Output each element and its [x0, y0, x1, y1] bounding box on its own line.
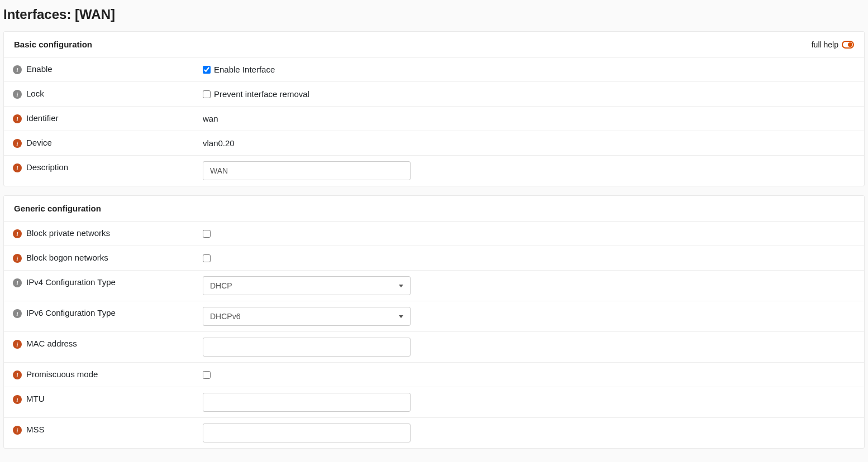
row-promiscuous: i Promiscuous mode — [4, 363, 864, 387]
info-icon[interactable]: i — [13, 340, 22, 349]
panel-basic-configuration: Basic configuration full help i Enable E… — [3, 31, 865, 186]
label-device: Device — [26, 138, 52, 147]
label-description: Description — [26, 162, 68, 172]
label-mss: MSS — [26, 425, 45, 434]
mss-input[interactable] — [203, 424, 411, 442]
mac-input[interactable] — [203, 338, 411, 357]
identifier-value: wan — [203, 114, 218, 123]
panel-title-generic: Generic configuration — [14, 204, 101, 213]
info-icon[interactable]: i — [13, 254, 22, 263]
device-value: vlan0.20 — [203, 138, 235, 148]
description-input[interactable] — [203, 161, 411, 180]
row-block-bogon: i Block bogon networks — [4, 246, 864, 271]
panel-header-basic: Basic configuration full help — [4, 32, 864, 57]
info-icon[interactable]: i — [13, 395, 22, 404]
label-identifier: Identifier — [26, 113, 59, 123]
row-mac: i MAC address — [4, 332, 864, 363]
info-icon[interactable]: i — [13, 114, 22, 123]
chevron-down-icon — [399, 285, 403, 287]
row-identifier: i Identifier wan — [4, 107, 864, 131]
lock-checkbox-label: Prevent interface removal — [214, 89, 309, 99]
block-private-checkbox[interactable] — [203, 230, 211, 238]
promiscuous-checkbox[interactable] — [203, 371, 211, 379]
row-enable: i Enable Enable Interface — [4, 57, 864, 82]
label-block-bogon: Block bogon networks — [26, 253, 108, 262]
panel-title-basic: Basic configuration — [14, 40, 92, 49]
row-mtu: i MTU — [4, 387, 864, 418]
row-device: i Device vlan0.20 — [4, 131, 864, 156]
mtu-input[interactable] — [203, 393, 411, 412]
full-help-label: full help — [812, 40, 838, 49]
label-ipv4-type: IPv4 Configuration Type — [26, 277, 116, 287]
lock-checkbox[interactable] — [203, 90, 211, 98]
info-icon[interactable]: i — [13, 309, 22, 318]
info-icon[interactable]: i — [13, 90, 22, 99]
ipv6-type-value: DHCPv6 — [210, 312, 240, 321]
info-icon[interactable]: i — [13, 370, 22, 379]
info-icon[interactable]: i — [13, 139, 22, 148]
chevron-down-icon — [399, 315, 403, 318]
row-mss: i MSS — [4, 418, 864, 448]
label-mtu: MTU — [26, 394, 45, 403]
label-mac: MAC address — [26, 339, 77, 348]
row-description: i Description — [4, 156, 864, 186]
label-ipv6-type: IPv6 Configuration Type — [26, 308, 116, 317]
ipv6-type-select[interactable]: DHCPv6 — [203, 307, 411, 326]
row-block-private: i Block private networks — [4, 222, 864, 246]
enable-checkbox-label: Enable Interface — [214, 65, 275, 74]
label-enable: Enable — [26, 64, 53, 74]
ipv4-type-value: DHCP — [210, 281, 232, 290]
ipv4-type-select[interactable]: DHCP — [203, 276, 411, 295]
page-title: Interfaces: [WAN] — [0, 0, 868, 31]
full-help-toggle[interactable]: full help — [812, 40, 854, 49]
row-ipv4-type: i IPv4 Configuration Type DHCP — [4, 271, 864, 301]
row-lock: i Lock Prevent interface removal — [4, 82, 864, 107]
row-ipv6-type: i IPv6 Configuration Type DHCPv6 — [4, 301, 864, 332]
info-icon[interactable]: i — [13, 426, 22, 435]
block-bogon-checkbox[interactable] — [203, 254, 211, 262]
label-promiscuous: Promiscuous mode — [26, 369, 98, 379]
label-block-private: Block private networks — [26, 228, 110, 238]
panel-header-generic: Generic configuration — [4, 196, 864, 222]
info-icon[interactable]: i — [13, 278, 22, 287]
info-icon[interactable]: i — [13, 163, 22, 172]
enable-checkbox[interactable] — [203, 66, 211, 74]
info-icon[interactable]: i — [13, 229, 22, 238]
toggle-icon — [842, 41, 854, 49]
panel-generic-configuration: Generic configuration i Block private ne… — [3, 195, 865, 449]
info-icon[interactable]: i — [13, 65, 22, 74]
label-lock: Lock — [26, 89, 44, 98]
